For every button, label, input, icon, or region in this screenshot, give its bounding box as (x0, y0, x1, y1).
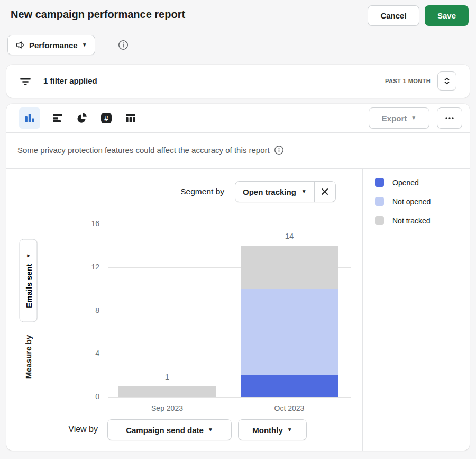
bar-segment-not-tracked[interactable] (118, 386, 216, 397)
y-axis-tick-label: 8 (75, 306, 99, 314)
horizontal-bar-chart-icon[interactable] (51, 107, 65, 129)
chevron-down-icon: ▼ (411, 115, 416, 121)
view-by-granularity-dropdown[interactable]: Monthly ▼ (238, 419, 307, 440)
privacy-notice-text: Some privacy protection features could a… (17, 146, 270, 155)
svg-text:#: # (104, 114, 108, 122)
privacy-info-icon[interactable] (274, 145, 284, 155)
x-axis-label: Sep 2023 (130, 404, 204, 412)
segment-by-label: Segment by (166, 187, 224, 196)
chart-type-toolbar: # Export ▼ (6, 104, 470, 133)
legend-swatch (375, 178, 384, 187)
chart-type-switcher: # (19, 107, 138, 129)
chevron-down-icon: ▼ (301, 189, 307, 194)
view-by-granularity-value: Monthly (252, 426, 283, 435)
column-chart-icon[interactable] (19, 107, 40, 129)
privacy-notice-row: Some privacy protection features could a… (6, 133, 470, 169)
chevron-down-icon: ▼ (82, 42, 87, 48)
more-options-button[interactable] (437, 107, 462, 129)
chart-region: Segment by Open tracking ▼ 04812161Sep 2… (6, 169, 362, 451)
y-axis-tick-label: 16 (75, 219, 99, 228)
page-title: New campaign performance report (11, 8, 185, 21)
legend-swatch (375, 197, 384, 206)
bar-segment-opened[interactable] (241, 375, 338, 397)
export-dropdown[interactable]: Export ▼ (369, 107, 429, 129)
ellipsis-icon (445, 116, 454, 120)
report-builder-screen: New campaign performance report Cancel S… (0, 0, 476, 459)
x-axis-label: Oct 2023 (252, 404, 326, 412)
single-number-icon[interactable]: # (99, 107, 113, 129)
chart-legend: OpenedNot openedNot tracked (375, 178, 431, 225)
legend-label: Opened (392, 178, 419, 187)
grid-line (108, 224, 351, 224)
date-range-label: PAST 1 MONTH (385, 78, 431, 84)
save-button[interactable]: Save (425, 5, 469, 26)
bar-segment-not-tracked[interactable] (241, 246, 338, 289)
legend-label: Not opened (392, 197, 431, 206)
report-type-dropdown[interactable]: Performance ▼ (7, 35, 95, 55)
measure-axis-dropdown[interactable]: Emails sent ▼ (20, 239, 38, 322)
legend-label: Not tracked (392, 217, 431, 225)
legend-swatch (375, 216, 384, 225)
chevron-icon: ▼ (26, 253, 31, 258)
report-panel: # Export ▼ Some privacy protection featu… (6, 104, 470, 451)
date-range-expand-button[interactable] (437, 71, 456, 91)
export-label: Export (382, 114, 407, 123)
y-axis-tick-label: 4 (75, 349, 99, 357)
y-axis-tick-label: 0 (75, 392, 99, 401)
measure-by-label: Measure by (24, 325, 34, 389)
chart-legend-divider (362, 169, 363, 451)
table-icon[interactable] (124, 107, 138, 129)
measure-axis-label: Emails sent (24, 264, 33, 308)
grid-line (108, 397, 351, 398)
chevron-down-icon: ▼ (208, 427, 213, 433)
x-icon (321, 188, 328, 195)
chevron-down-icon: ▼ (287, 427, 292, 433)
legend-item[interactable]: Not tracked (375, 216, 431, 225)
segment-by-value: Open tracking (243, 187, 296, 196)
megaphone-icon (15, 40, 25, 50)
report-type-info-icon[interactable] (118, 40, 129, 50)
legend-item[interactable]: Opened (375, 178, 431, 187)
view-by-label: View by (58, 425, 98, 434)
y-axis-tick-label: 12 (75, 263, 99, 271)
filter-applied-text: 1 filter applied (43, 76, 97, 85)
bar-total-label: 14 (268, 231, 310, 240)
view-by-dimension-dropdown[interactable]: Campaign send date ▼ (107, 419, 232, 440)
cancel-button[interactable]: Cancel (368, 5, 419, 26)
segment-by-dropdown[interactable]: Open tracking ▼ (235, 182, 314, 202)
legend-item[interactable]: Not opened (375, 197, 431, 206)
report-type-label: Performance (29, 41, 78, 50)
view-by-dimension-value: Campaign send date (126, 426, 204, 435)
segment-by-control: Open tracking ▼ (235, 181, 336, 202)
filter-bar[interactable]: 1 filter applied PAST 1 MONTH (6, 65, 470, 98)
bar-total-label: 1 (146, 372, 188, 381)
bar-segment-not-opened[interactable] (241, 289, 338, 375)
filter-icon (19, 75, 32, 88)
remove-segment-button[interactable] (314, 182, 335, 202)
donut-chart-icon[interactable] (75, 107, 89, 129)
